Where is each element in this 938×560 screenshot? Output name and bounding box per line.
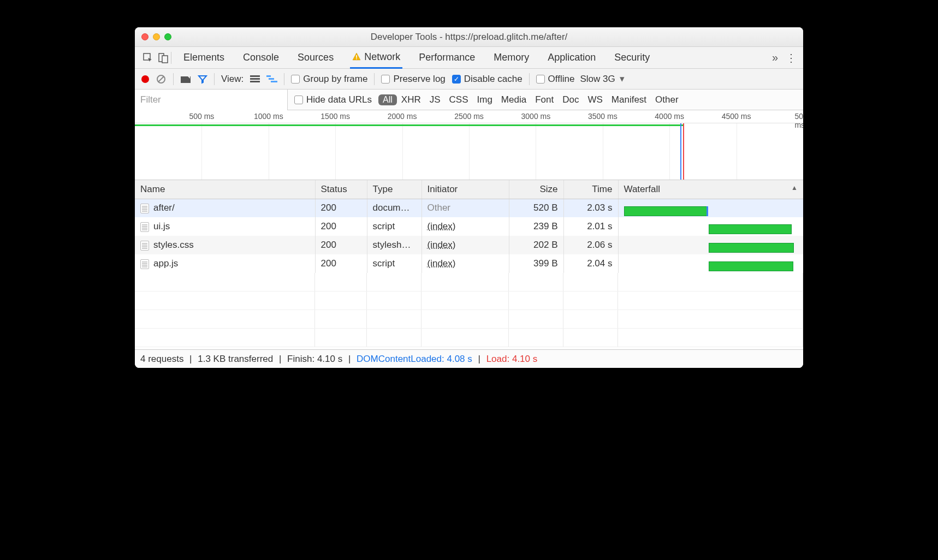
group-by-frame-checkbox[interactable]: Group by frame — [291, 74, 367, 85]
titlebar: Developer Tools - https://preload.glitch… — [135, 27, 803, 47]
svg-rect-9 — [250, 75, 260, 77]
timeline-tick: 4500 ms — [722, 112, 751, 121]
hide-data-urls-checkbox[interactable]: Hide data URLs — [288, 94, 378, 105]
filter-bar: Hide data URLs All XHRJSCSSImgMediaFontD… — [135, 90, 803, 110]
network-toolbar: View: Group by frame Preserve log ✓Disab… — [135, 69, 803, 90]
table-row[interactable]: ui.js200script(index)239 B2.01 s — [135, 217, 803, 236]
status-transferred: 1.3 KB transferred — [198, 354, 273, 365]
tab-elements[interactable]: Elements — [181, 47, 227, 69]
filter-type-img[interactable]: Img — [473, 94, 497, 105]
filter-type-all[interactable]: All — [378, 94, 397, 105]
filter-type-css[interactable]: CSS — [445, 94, 473, 105]
timeline-tick: 3500 ms — [588, 112, 618, 121]
initiator-link[interactable]: (index) — [428, 221, 456, 231]
separator — [214, 73, 215, 85]
capture-screenshots-icon[interactable] — [180, 75, 191, 84]
clear-button[interactable] — [156, 74, 167, 85]
filter-type-ws[interactable]: WS — [583, 94, 607, 105]
initiator-link[interactable]: (index) — [428, 258, 456, 269]
filter-type-js[interactable]: JS — [425, 94, 445, 105]
throttling-select[interactable]: Slow 3G ▾ — [580, 73, 624, 85]
waterfall-bar — [709, 243, 794, 253]
initiator-link[interactable]: (index) — [428, 240, 456, 250]
device-toolbar-icon[interactable] — [156, 52, 171, 63]
filter-input[interactable] — [135, 90, 288, 110]
large-rows-icon[interactable] — [250, 75, 260, 83]
separator — [173, 73, 174, 85]
waterfall-bar — [624, 206, 708, 216]
filter-toggle-icon[interactable] — [198, 74, 207, 84]
filter-type-other[interactable]: Other — [651, 94, 683, 105]
separator — [171, 52, 171, 64]
waterfall-view-icon[interactable] — [266, 75, 277, 83]
svg-line-6 — [158, 76, 164, 82]
tab-console[interactable]: Console — [241, 47, 281, 69]
filter-type-media[interactable]: Media — [497, 94, 531, 105]
separator — [374, 73, 375, 85]
filter-type-font[interactable]: Font — [531, 94, 558, 105]
svg-rect-12 — [266, 75, 271, 77]
svg-rect-10 — [250, 78, 260, 80]
svg-rect-13 — [269, 78, 274, 80]
inspect-element-icon[interactable] — [140, 52, 156, 63]
record-button[interactable] — [141, 75, 149, 83]
col-initiator[interactable]: Initiator — [421, 180, 509, 199]
file-icon — [140, 241, 149, 251]
filter-type-manifest[interactable]: Manifest — [607, 94, 651, 105]
col-status[interactable]: Status — [315, 180, 367, 199]
file-icon — [140, 259, 149, 269]
tab-network[interactable]: Network — [350, 47, 402, 69]
timeline-tick: 2000 ms — [388, 112, 417, 121]
tab-security[interactable]: Security — [612, 47, 652, 69]
table-row[interactable]: styles.css200stylesh…(index)202 B2.06 s — [135, 236, 803, 254]
offline-checkbox[interactable]: Offline — [536, 74, 575, 85]
timeline-tick: 2500 ms — [454, 112, 484, 121]
waterfall-bar — [709, 261, 793, 271]
tab-memory[interactable]: Memory — [491, 47, 531, 69]
file-icon — [140, 204, 149, 213]
col-type[interactable]: Type — [367, 180, 421, 199]
svg-rect-11 — [250, 81, 260, 82]
tab-application[interactable]: Application — [545, 47, 598, 69]
col-waterfall[interactable]: Waterfall▲ — [618, 180, 803, 199]
status-requests: 4 requests — [140, 354, 183, 365]
svg-rect-14 — [271, 81, 277, 82]
sort-indicator-icon: ▲ — [791, 184, 798, 192]
disable-cache-checkbox[interactable]: ✓Disable cache — [452, 74, 523, 85]
table-row[interactable]: after/200docum…Other520 B2.03 s — [135, 199, 803, 217]
tab-performance[interactable]: Performance — [417, 47, 477, 69]
timeline-overview[interactable]: 500 ms1000 ms1500 ms2000 ms2500 ms3000 m… — [135, 110, 803, 180]
requests-table: Name Status Type Initiator Size Time Wat… — [135, 180, 803, 273]
col-name[interactable]: Name — [135, 180, 315, 199]
overflow-tabs-icon[interactable]: » — [772, 51, 778, 64]
filter-type-doc[interactable]: Doc — [558, 94, 583, 105]
timeline-tick: 1500 ms — [320, 112, 350, 121]
preserve-log-checkbox[interactable]: Preserve log — [381, 74, 445, 85]
separator — [284, 73, 284, 85]
window-title: Developer Tools - https://preload.glitch… — [135, 32, 803, 43]
timeline-tick: 500 ms — [189, 112, 214, 121]
devtools-window: Developer Tools - https://preload.glitch… — [135, 27, 803, 368]
status-finish: Finish: 4.10 s — [287, 354, 342, 365]
chevron-down-icon: ▾ — [620, 73, 625, 85]
separator — [529, 73, 530, 85]
timeline-tick: 4000 ms — [655, 112, 684, 121]
svg-rect-4 — [356, 58, 357, 59]
col-time[interactable]: Time — [563, 180, 618, 199]
table-row[interactable]: app.js200script(index)399 B2.04 s — [135, 254, 803, 273]
col-size[interactable]: Size — [509, 180, 563, 199]
tab-sources[interactable]: Sources — [295, 47, 336, 69]
status-bar: 4 requests | 1.3 KB transferred | Finish… — [135, 349, 803, 368]
timeline-tick: 1000 ms — [254, 112, 283, 121]
initiator-link: Other — [428, 202, 451, 213]
panel-tabs: ElementsConsoleSourcesNetworkPerformance… — [135, 47, 803, 69]
view-label: View: — [221, 74, 244, 85]
status-dcl: DOMContentLoaded: 4.08 s — [357, 354, 472, 365]
filter-type-xhr[interactable]: XHR — [397, 94, 425, 105]
kebab-menu-icon[interactable]: ⋮ — [786, 51, 798, 64]
svg-rect-3 — [356, 55, 357, 58]
table-header-row: Name Status Type Initiator Size Time Wat… — [135, 180, 803, 199]
svg-rect-2 — [162, 56, 168, 63]
waterfall-bar — [709, 224, 792, 234]
file-icon — [140, 222, 149, 232]
